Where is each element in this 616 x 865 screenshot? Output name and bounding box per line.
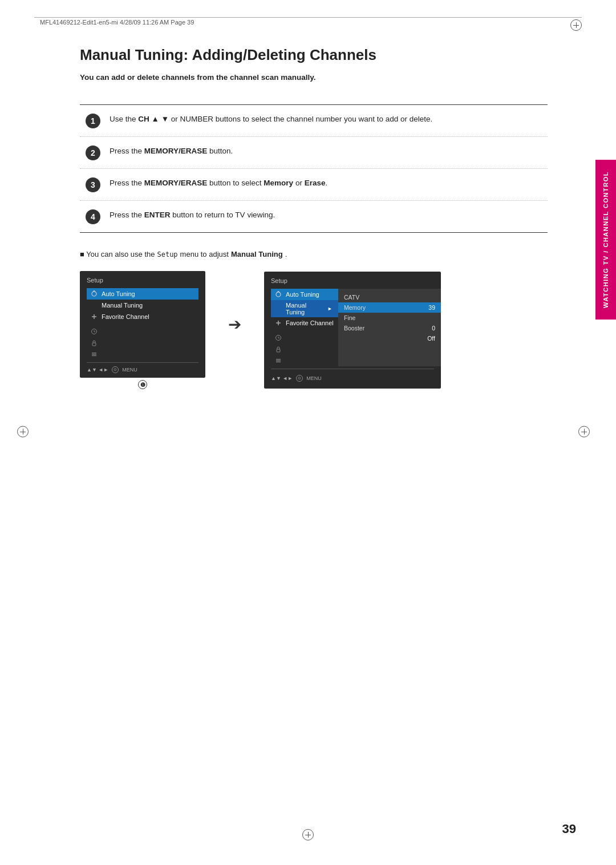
- bottom-crosshair: [302, 829, 314, 842]
- screen2-footer-nav: ▲▼ ◄►: [271, 375, 293, 381]
- step-number-4: 4: [86, 209, 100, 224]
- header-crosshair: [570, 19, 582, 31]
- page-subtitle: You can add or delete channels from the …: [80, 73, 548, 82]
- setup-note: ■ You can also use the Setup menu to adj…: [80, 250, 548, 258]
- svg-rect-12: [92, 355, 96, 356]
- screen2-off-value: Off: [427, 335, 435, 342]
- step-number-3: 3: [86, 177, 100, 192]
- svg-rect-23: [276, 359, 281, 359]
- step-4: 4 Press the ENTER button to return to TV…: [80, 201, 548, 232]
- svg-rect-11: [92, 354, 96, 354]
- screen1-item-auto-tuning: Auto Tuning: [87, 288, 198, 300]
- screen1-footer-nav: ▲▼ ◄►: [87, 367, 108, 373]
- screen2-memory-label: Memory: [344, 304, 366, 311]
- svg-line-21: [278, 338, 279, 338]
- screen2-auto-tuning-label: Auto Tuning: [286, 291, 319, 298]
- step-text-3: Press the MEMORY/ERASE button to select …: [110, 177, 542, 189]
- right-crosshair: [578, 426, 590, 439]
- step-text-1: Use the CH ▲ ▼ or NUMBER buttons to sele…: [110, 113, 542, 126]
- step-2: 2 Press the MEMORY/ERASE button.: [80, 137, 548, 169]
- screen2-setup-icon: [274, 357, 282, 365]
- left-crosshair: [17, 426, 29, 439]
- screen1-title: Setup: [87, 277, 198, 284]
- svg-rect-10: [92, 353, 96, 353]
- screen2-footer-ok-btn: ⊙: [296, 375, 303, 382]
- screen2-right-off: Off: [344, 333, 435, 343]
- sidebar-tab: WATCHING TV / CHANNEL CONTROL: [595, 160, 616, 320]
- screen1-footer: ▲▼ ◄► ⊙ MENU: [87, 366, 198, 373]
- screen2-left-col: Auto Tuning Manual Tuning ►: [264, 289, 338, 366]
- lock-icon: [90, 339, 98, 347]
- step-number-2: 2: [86, 145, 100, 160]
- step-1: 1 Use the CH ▲ ▼ or NUMBER buttons to se…: [80, 105, 548, 137]
- screen2-submenu-arrow: ►: [327, 306, 335, 312]
- spacer-icon: [90, 301, 98, 309]
- screen2-right-col: CATV Memory 39 Fine Booster: [338, 289, 441, 366]
- screen2-footer-menu: MENU: [306, 375, 322, 381]
- screen1-icon-row2: [87, 337, 198, 349]
- screen2-memory-value: 39: [428, 304, 435, 311]
- step-text-4: Press the ENTER button to return to TV v…: [110, 209, 542, 221]
- screen2-lock-icon: [274, 345, 282, 353]
- screen1-mockup: Setup Auto Tuning: [80, 271, 205, 378]
- screen1-item-manual-tuning: Manual Tuning: [87, 300, 198, 311]
- screen2-item-manual-tuning: Manual Tuning ►: [271, 300, 338, 317]
- arrow-right: ➔: [228, 315, 241, 334]
- screen1-icon-row3: [87, 349, 198, 360]
- screen2-booster-label: Booster: [344, 325, 364, 332]
- step-number-1: 1: [86, 114, 100, 128]
- page-number: 39: [562, 822, 576, 836]
- screen2-favorite-channel-label: Favorite Channel: [286, 320, 334, 326]
- screen1-item-favorite-channel: Favorite Channel: [87, 311, 198, 322]
- top-border: MFL41469212-Edit1-en5-mi 4/28/09 11:26 A…: [34, 17, 582, 33]
- svg-rect-24: [276, 360, 281, 361]
- sidebar-tab-label: WATCHING TV / CHANNEL CONTROL: [602, 171, 610, 308]
- svg-rect-9: [92, 343, 96, 346]
- screen1-favorite-channel-label: Favorite Channel: [102, 313, 149, 320]
- setup-icon: [90, 350, 98, 358]
- screen2-two-col: Auto Tuning Manual Tuning ►: [264, 289, 441, 366]
- screen1-footer-ok: ⊙: [112, 366, 119, 373]
- antenna-icon: [90, 290, 98, 298]
- screen2-item-auto-tuning: Auto Tuning: [271, 289, 338, 300]
- screen2-right-booster: Booster 0: [344, 323, 435, 333]
- screen2-fav-icon: [274, 319, 282, 327]
- screen2-right-memory: Memory 39: [338, 302, 441, 313]
- screen2-clock-icon: [274, 334, 282, 342]
- screen2-fine-label: Fine: [344, 314, 355, 321]
- screen2-right-catv: CATV: [344, 292, 435, 302]
- screen2-icon-row3: [271, 355, 338, 366]
- screen2-divider: [271, 369, 434, 369]
- screen2-antenna-icon: [274, 290, 282, 298]
- svg-point-0: [92, 292, 96, 296]
- screen2-spacer-icon: [274, 305, 282, 313]
- screen1-footer-menu: MENU: [122, 367, 137, 373]
- screen1-manual-tuning-label: Manual Tuning: [102, 302, 143, 309]
- doc-header: MFL41469212-Edit1-en5-mi 4/28/09 11:26 A…: [34, 19, 194, 26]
- step-text-2: Press the MEMORY/ERASE button.: [110, 145, 542, 157]
- screen2-icon-row2: [271, 343, 338, 355]
- screens-row: Setup Auto Tuning: [80, 271, 548, 389]
- screen1-number: ❶: [138, 380, 147, 389]
- clock-icon: [90, 328, 98, 336]
- screen1-icon-row1: [87, 326, 198, 337]
- screen2-title: Setup: [264, 277, 441, 284]
- screen2-item-favorite-channel: Favorite Channel: [271, 317, 338, 329]
- svg-line-8: [94, 332, 95, 332]
- fav-icon: [90, 313, 98, 321]
- svg-rect-25: [276, 362, 281, 362]
- screen2-icon-row1: [271, 332, 338, 343]
- step-3: 3 Press the MEMORY/ERASE button to selec…: [80, 169, 548, 201]
- svg-rect-22: [277, 349, 280, 352]
- screen2-manual-tuning-label: Manual Tuning: [286, 302, 324, 316]
- screen2-mockup: Setup: [264, 272, 441, 389]
- steps-container: 1 Use the CH ▲ ▼ or NUMBER buttons to se…: [80, 104, 548, 233]
- screen2-footer: ▲▼ ◄► ⊙ MENU: [264, 373, 441, 384]
- screen1-auto-tuning-label: Auto Tuning: [102, 290, 135, 297]
- page-wrapper: MFL41469212-Edit1-en5-mi 4/28/09 11:26 A…: [0, 0, 616, 865]
- page-title: Manual Tuning: Adding/Deleting Channels: [80, 46, 548, 64]
- screen1-label: ❶: [138, 380, 147, 389]
- main-content: Manual Tuning: Adding/Deleting Channels …: [34, 35, 582, 429]
- screen1-divider: [87, 362, 198, 363]
- screen2-booster-value: 0: [432, 325, 435, 332]
